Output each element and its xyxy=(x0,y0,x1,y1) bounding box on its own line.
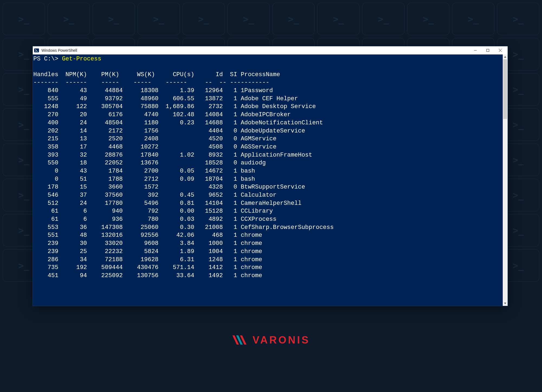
bg-cell: >_ xyxy=(272,3,315,35)
bg-cell: >_ xyxy=(93,3,135,35)
powershell-icon xyxy=(34,48,39,53)
table-row: 546 37 37560 392 0.45 9652 1 Calculator xyxy=(33,191,508,199)
table-row: 178 15 3660 1572 4328 0 BtwRSupportServi… xyxy=(33,183,508,191)
minimize-button[interactable] xyxy=(469,46,482,54)
table-row: 215 13 2520 2408 4520 0 AGMService xyxy=(33,135,508,143)
table-row: 400 24 48504 1180 0.23 14688 1 AdobeNoti… xyxy=(33,119,508,127)
bg-cell: >_ xyxy=(317,3,359,35)
table-row: 512 24 17780 5496 0.81 14104 1 CameraHel… xyxy=(33,199,508,208)
prompt-line: PS C:\> Get-Process xyxy=(33,54,508,65)
scroll-thumb[interactable] xyxy=(503,59,507,119)
table-row: 0 51 1788 2712 0.09 18704 1 bash xyxy=(33,175,508,183)
table-row: 553 36 147308 25060 0.30 21008 1 CefShar… xyxy=(33,223,508,232)
table-row: 358 17 4468 10272 4508 0 AGSService xyxy=(33,143,508,151)
table-row: 286 34 72188 19628 6.31 1248 1 chrome xyxy=(33,256,508,264)
bg-cell: >_ xyxy=(362,3,404,35)
table-row: 555 49 93792 48960 606.55 13872 1 Adobe … xyxy=(33,95,508,103)
table-header: Handles NPM(K) PM(K) WS(K) CPU(s) Id SI … xyxy=(33,71,508,79)
bg-cell: >_ xyxy=(183,3,225,35)
table-row: 393 32 28876 17840 1.02 8932 1 Applicati… xyxy=(33,151,508,159)
scroll-track[interactable] xyxy=(503,59,508,301)
bg-cell: >_ xyxy=(497,3,539,35)
bg-cell: >_ xyxy=(48,3,90,35)
window-titlebar[interactable]: Windows PowerShell xyxy=(33,46,508,54)
table-row: 735 192 509444 430476 571.14 1412 1 chro… xyxy=(33,264,508,272)
svg-rect-3 xyxy=(487,49,489,52)
close-button[interactable] xyxy=(494,46,507,54)
table-row: 840 43 44884 18308 1.39 12964 1 1Passwor… xyxy=(33,87,508,95)
bg-cell: >_ xyxy=(3,3,45,35)
bg-cell: >_ xyxy=(228,3,270,35)
vertical-scrollbar[interactable] xyxy=(503,54,508,306)
table-row: 61 6 940 792 0.00 15128 1 CCLibrary xyxy=(33,207,508,215)
brand-logo: VARONIS xyxy=(0,333,542,347)
table-row: 202 14 2172 1756 4404 0 AdobeUpdateServi… xyxy=(33,127,508,135)
scroll-down-button[interactable] xyxy=(503,301,508,306)
table-row: 551 48 132016 92556 42.06 468 1 chrome xyxy=(33,231,508,239)
bg-cell: >_ xyxy=(138,3,180,35)
table-row: 1248 122 305704 75880 1,689.86 2732 1 Ad… xyxy=(33,103,508,111)
maximize-button[interactable] xyxy=(482,46,494,54)
table-row: 0 43 1784 2700 0.05 14672 1 bash xyxy=(33,167,508,175)
table-row: 451 94 225092 130756 33.64 1492 1 chrome xyxy=(33,272,508,280)
powershell-window: Windows PowerShell PS C:\> Get-Process H… xyxy=(33,46,508,306)
window-title: Windows PowerShell xyxy=(41,48,77,53)
scroll-up-button[interactable] xyxy=(503,54,508,59)
table-row: 61 6 936 780 0.03 4892 1 CCXProcess xyxy=(33,215,508,223)
varonis-mark-icon xyxy=(232,333,251,347)
table-row: 239 25 22232 5824 1.89 1004 1 chrome xyxy=(33,248,508,256)
prompt-prefix: PS C:\> xyxy=(33,56,62,62)
prompt-command: Get-Process xyxy=(62,56,101,62)
brand-name: VARONIS xyxy=(252,334,310,346)
bg-cell: >_ xyxy=(407,3,449,35)
table-row: 270 20 6176 4740 102.48 14084 1 AdobeIPC… xyxy=(33,111,508,119)
console-output[interactable]: PS C:\> Get-Process Handles NPM(K) PM(K)… xyxy=(33,54,508,306)
table-divider: ------- ------ ----- ----- ------ -- -- … xyxy=(33,79,508,87)
table-row: 239 30 33020 9608 3.84 1000 1 chrome xyxy=(33,239,508,248)
bg-cell: >_ xyxy=(452,3,494,35)
table-row: 550 18 22052 13676 18528 0 audiodg xyxy=(33,159,508,167)
